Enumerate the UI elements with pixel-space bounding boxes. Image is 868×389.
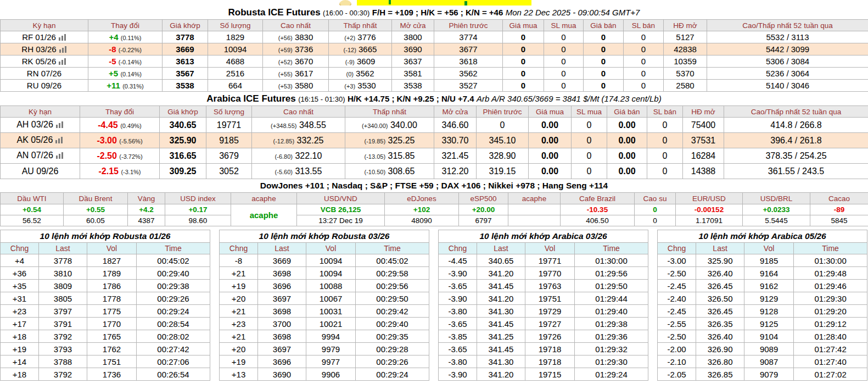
order-time-cell: 01:29:44 <box>575 292 648 305</box>
chart-icon[interactable] <box>56 120 64 130</box>
column-header: Chng <box>658 243 696 254</box>
prev-session-cell: 3677 <box>434 43 503 55</box>
order-time-cell: 01:28:40 <box>794 330 867 343</box>
column-header: Time <box>794 243 867 254</box>
chart-icon[interactable] <box>55 136 63 146</box>
ask-size-cell: 0 <box>647 148 683 164</box>
order-vol-cell: 1751 <box>87 355 137 368</box>
order-row: -3.65341.451971801:29:32 <box>439 343 648 355</box>
bid-size-cell: 0 <box>544 55 584 68</box>
column-header: Thay đổi <box>80 106 160 118</box>
volume-cell: 10094 <box>208 43 263 55</box>
order-last-cell: 326.45 <box>696 280 744 292</box>
order-row: -3.80341.301972901:29:40 <box>439 305 648 318</box>
order-last-cell: 3698 <box>258 267 306 280</box>
order-row: -3.90341.201971501:29:24 <box>439 368 648 381</box>
ask-cell: 0 <box>584 80 624 92</box>
column-header: Giá mua <box>503 20 544 31</box>
order-row: -2.05326.85907901:27:02 <box>658 368 867 381</box>
chart-icon[interactable] <box>59 57 66 66</box>
order-vol-cell: 9079 <box>744 368 794 381</box>
market-change-cell: +0.0233 <box>743 204 810 215</box>
order-row: -3.90341.201977001:29:56 <box>439 267 648 280</box>
order-table-header-row: ChngLastVolTime <box>658 243 867 254</box>
open-interest-cell: 75400 <box>683 118 724 133</box>
ask-size-cell: 0 <box>647 133 683 148</box>
change-cell: +11 (0.31%) <box>88 80 163 92</box>
order-row: +133690990600:29:24 <box>220 368 429 381</box>
last-price-cell: 3538 <box>163 80 208 92</box>
order-row: +313805177800:29:26 <box>1 292 210 305</box>
order-vol-cell: 10021 <box>306 318 356 330</box>
order-last-cell: 3791 <box>39 318 87 330</box>
order-vol-cell: 1775 <box>87 305 137 318</box>
order-vol-cell: 10067 <box>306 292 356 305</box>
chart-icon[interactable] <box>56 151 64 161</box>
futures-row: AH 03/26-4.45 (0.49%)340.6519771(+348.55… <box>1 118 868 133</box>
order-table: 10 lệnh mới khớp Arabica 05/26ChngLastVo… <box>657 230 867 381</box>
order-last-cell: 3669 <box>258 254 306 267</box>
ask-size-cell: 0 <box>647 164 683 179</box>
order-chng-cell: +14 <box>1 355 39 368</box>
order-vol-cell: 9089 <box>744 343 794 355</box>
order-vol-cell: 19729 <box>525 305 575 318</box>
bid-size-cell: 0 <box>544 43 584 55</box>
acaphe-cell: acaphe <box>231 204 297 226</box>
prev-session-cell: 3618 <box>434 55 503 68</box>
column-header: USD/VND <box>297 193 385 204</box>
column-header: acaphe <box>231 193 297 204</box>
bid-cell: 0 <box>503 31 544 43</box>
order-chng-cell: +18 <box>1 330 39 343</box>
order-time-cell: 01:27:02 <box>794 368 867 381</box>
order-chng-cell: +19 <box>1 343 39 355</box>
order-chng-cell: +23 <box>1 305 39 318</box>
open-cell: 321.45 <box>434 148 477 164</box>
range52-cell: 5236 / 3064 <box>707 68 868 80</box>
order-last-cell: 3697 <box>258 343 306 355</box>
order-vol-cell: 1736 <box>87 368 137 381</box>
order-last-cell: 3778 <box>39 254 87 267</box>
ask-cell: 0 <box>584 43 624 55</box>
order-row: -2.45326.45916201:29:46 <box>658 280 867 292</box>
order-chng-cell: -2.55 <box>658 318 696 330</box>
order-chng-cell: -3.90 <box>439 267 477 280</box>
column-header: USD/BRL <box>743 193 810 204</box>
order-row: -2.55326.35912501:29:12 <box>658 318 867 330</box>
arabica-header-row: Kỳ hạnThay đổiGiá khớpSố lượngCao nhấtTh… <box>1 106 868 118</box>
chart-icon[interactable] <box>59 33 66 42</box>
last-price-cell: 340.65 <box>160 118 206 133</box>
order-row: +2036971006700:29:50 <box>220 292 429 305</box>
order-last-cell: 341.30 <box>477 355 525 368</box>
order-chng-cell: +36 <box>1 267 39 280</box>
bid-cell: 0.00 <box>529 164 572 179</box>
bid-cell: 0 <box>503 55 544 68</box>
ask-size-cell: 0 <box>624 68 664 80</box>
column-header: Chng <box>1 243 39 254</box>
column-header: Phiên trước <box>434 20 503 31</box>
order-vol-cell: 1786 <box>87 280 137 292</box>
bid-cell: 0.00 <box>529 118 572 133</box>
order-row: +353809178600:29:38 <box>1 280 210 292</box>
chart-icon[interactable] <box>59 45 67 54</box>
order-row: -836691009400:45:02 <box>220 254 429 267</box>
order-last-cell: 3696 <box>258 355 306 368</box>
order-chng-cell: -2.50 <box>658 330 696 343</box>
market-value-cell: 5.5445 <box>743 215 810 226</box>
bid-size-cell: 0 <box>544 31 584 43</box>
ask-cell: 0 <box>584 31 624 43</box>
low-cell: (+3) 3530 <box>329 80 392 92</box>
order-time-cell: 01:29:56 <box>575 267 648 280</box>
order-vol-cell: 19726 <box>525 330 575 343</box>
column-header: SL bán <box>624 20 664 31</box>
order-table: 10 lệnh mới khớp Arabica 03/26ChngLastVo… <box>438 230 648 381</box>
range52-cell: 396.4 / 261.8 <box>724 133 868 148</box>
range52-cell: 361.55 / 243.5 <box>724 164 868 179</box>
high-cell: (-12.85) 332.25 <box>252 133 345 148</box>
prev-session-cell: 328.90 <box>477 148 529 164</box>
order-last-cell: 341.20 <box>477 368 525 381</box>
order-chng-cell: -3.90 <box>439 368 477 381</box>
order-vol-cell: 1765 <box>87 330 137 343</box>
order-row: -2.00326.90908901:27:42 <box>658 343 867 355</box>
order-chng-cell: +35 <box>1 280 39 292</box>
order-time-cell: 00:29:40 <box>356 318 429 330</box>
